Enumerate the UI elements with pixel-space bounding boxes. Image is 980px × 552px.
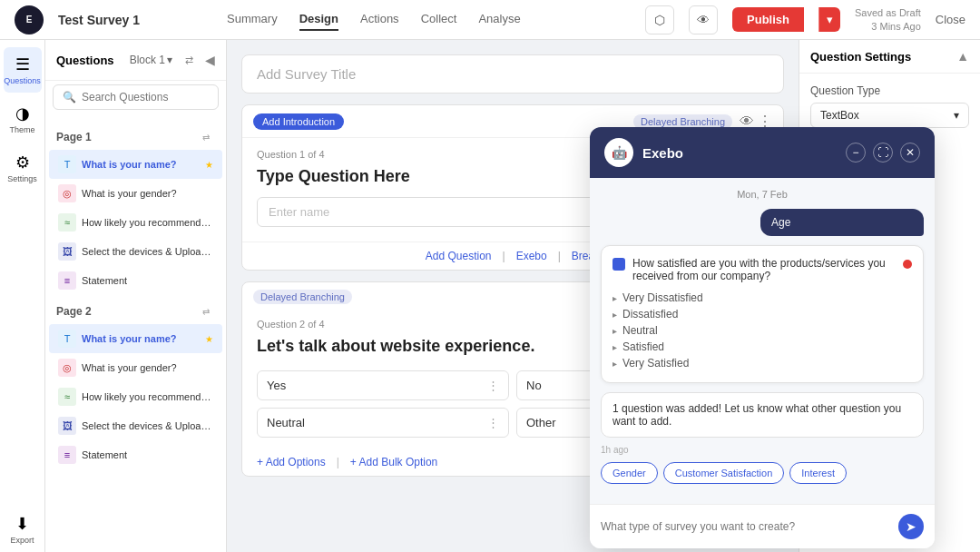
questions-icon: ☰	[15, 54, 30, 74]
chat-card-title: How satisfied are you with the products/…	[632, 257, 896, 282]
q-item-2-3[interactable]: ≈ How likely you recommend our product?	[49, 382, 222, 411]
add-options-btn[interactable]: + Add Options	[257, 456, 326, 468]
page2-shuffle-icon[interactable]: ⇄	[197, 302, 215, 320]
statement-icon-2: ≡	[58, 446, 76, 464]
theme-icon: ◑	[15, 104, 30, 123]
collapse-right-panel-btn[interactable]: ▲	[956, 49, 969, 64]
chat-message: 1 question was added! Let us know what o…	[601, 392, 924, 438]
text-icon: T	[58, 155, 76, 173]
nav-tab-summary[interactable]: Summary	[227, 8, 278, 31]
chat-option-4: Satisfied	[612, 339, 912, 355]
option-yes[interactable]: Yes ⋮	[257, 370, 509, 400]
page1-shuffle-icon[interactable]: ⇄	[197, 128, 215, 146]
search-input[interactable]	[82, 91, 218, 104]
text-icon-2: T	[58, 330, 76, 348]
q-item-2-1[interactable]: T What is your name? ★	[49, 324, 222, 353]
chat-suggestions: Gender Customer Satisfaction Interest	[601, 462, 924, 484]
page-2-header: Page 2 ⇄	[45, 295, 226, 324]
chat-input[interactable]	[601, 520, 891, 533]
nav-tab-design[interactable]: Design	[299, 8, 338, 31]
chat-checkbox	[612, 258, 625, 271]
chevron-down-icon: ▾	[167, 54, 172, 66]
nav-tab-analyse[interactable]: Analyse	[478, 8, 520, 31]
q-item-2-5[interactable]: ≡ Statement	[49, 440, 222, 469]
sidebar-item-questions[interactable]: ☰ Questions	[4, 47, 42, 93]
chat-close-btn[interactable]: ✕	[900, 143, 920, 163]
block-selector[interactable]: Block 1 ▾	[130, 54, 172, 66]
sidebar-item-theme[interactable]: ◑ Theme	[4, 96, 42, 142]
q-item-2-2[interactable]: ◎ What is your gender?	[49, 353, 222, 382]
option-menu-icon[interactable]: ⋮	[487, 379, 499, 392]
shuffle-icon-btn[interactable]: ⇄	[178, 49, 200, 71]
chat-logo: 🤖	[604, 138, 633, 167]
exebo-btn-1[interactable]: Exebo	[516, 250, 547, 262]
chat-date: Mon, 7 Feb	[601, 189, 924, 200]
image-icon: 🖼	[58, 242, 76, 261]
chat-option-3: Neutral	[612, 322, 912, 339]
survey-title-bar[interactable]: Add Survey Title	[241, 54, 784, 94]
export-icon: ⬇	[15, 514, 29, 534]
settings-icon: ⚙	[15, 153, 30, 172]
exebo-chat-modal: 🤖 Exebo − ⛶ ✕ Mon, 7 Feb Age How satisfi…	[590, 127, 935, 548]
question-type-select[interactable]: TextBox ▾	[810, 103, 969, 128]
questions-header: Questions Block 1 ▾ ⇄ ◀	[45, 40, 226, 81]
chat-minimize-btn[interactable]: −	[846, 143, 866, 163]
share-icon-btn[interactable]: ⬡	[645, 5, 674, 34]
chat-suggest-interest[interactable]: Interest	[789, 462, 847, 484]
chat-suggest-customer-satisfaction[interactable]: Customer Satisfaction	[663, 462, 785, 484]
add-intro-btn[interactable]: Add Introduction	[253, 113, 344, 130]
q-item-1-3[interactable]: ≈ How likely you recommend our product?	[49, 208, 222, 237]
radio-icon: ◎	[58, 184, 76, 202]
radio-icon-2: ◎	[58, 359, 76, 377]
question-type-label: Question Type	[810, 84, 969, 97]
nav-tab-collect[interactable]: Collect	[421, 8, 457, 31]
right-panel-title: Question Settings	[810, 50, 911, 64]
q-item-1-5[interactable]: ≡ Statement	[49, 266, 222, 295]
option-neutral-menu-icon[interactable]: ⋮	[487, 416, 499, 429]
nav-tab-actions[interactable]: Actions	[360, 8, 399, 31]
delayed-branching-badge-2: Delayed Branching	[253, 290, 352, 304]
add-bulk-option-btn[interactable]: + Add Bulk Option	[350, 456, 437, 468]
collapse-panel-btn[interactable]: ◀	[205, 53, 215, 67]
chat-option-1: Very Dissatisfied	[612, 290, 912, 306]
sidebar-icons: ☰ Questions ◑ Theme ⚙ Settings ⬇ Export	[0, 40, 45, 552]
questions-panel-title: Questions	[56, 54, 124, 67]
chat-title: Exebo	[642, 145, 837, 161]
saved-info: Saved as Draft 3 Mins Ago	[855, 6, 921, 33]
scale-icon-2: ≈	[58, 388, 76, 406]
sidebar-item-settings[interactable]: ⚙ Settings	[4, 145, 42, 191]
chat-input-row: ➤	[590, 504, 935, 548]
chat-option-2: Dissatisfied	[612, 306, 912, 322]
questions-list: Page 1 ⇄ T What is your name? ★ ◎ What i…	[45, 113, 226, 552]
questions-panel: Questions Block 1 ▾ ⇄ ◀ 🔍 Page 1 ⇄ T Wha…	[45, 40, 227, 552]
nav-tabs: Summary Design Actions Collect Analyse	[227, 8, 521, 31]
preview-icon-btn[interactable]: 👁	[689, 5, 718, 34]
q-item-1-4[interactable]: 🖼 Select the devices & Upload the image	[49, 237, 222, 266]
sidebar-item-export[interactable]: ⬇ Export	[4, 507, 42, 552]
image-icon-2: 🖼	[58, 417, 76, 435]
publish-dropdown-button[interactable]: ▾	[818, 7, 840, 32]
q-item-2-4[interactable]: 🖼 Select the devices & Upload the image	[49, 411, 222, 440]
publish-button[interactable]: Publish	[732, 7, 804, 32]
chat-expand-btn[interactable]: ⛶	[873, 143, 893, 163]
chat-age-bubble: Age	[760, 209, 924, 236]
option-neutral[interactable]: Neutral ⋮	[257, 408, 509, 438]
star-icon-2: ★	[205, 334, 213, 344]
right-panel-header: Question Settings ▲	[799, 40, 980, 74]
chat-satisfaction-card: How satisfied are you with the products/…	[601, 245, 924, 383]
q-item-1-2[interactable]: ◎ What is your gender?	[49, 179, 222, 208]
app-title: Test Survey 1	[58, 13, 140, 27]
q-item-1-1[interactable]: T What is your name? ★	[49, 150, 222, 179]
chat-timestamp: 1h ago	[601, 445, 924, 455]
top-nav: E Test Survey 1 Summary Design Actions C…	[0, 0, 980, 40]
chat-controls: − ⛶ ✕	[846, 143, 920, 163]
statement-icon: ≡	[58, 271, 76, 290]
add-question-btn[interactable]: Add Question	[426, 250, 492, 262]
chat-option-5: Very Satisfied	[612, 355, 912, 371]
chat-suggest-gender[interactable]: Gender	[601, 462, 658, 484]
star-icon: ★	[205, 160, 213, 170]
search-icon: 🔍	[63, 91, 76, 104]
search-bar[interactable]: 🔍	[53, 84, 219, 110]
chat-send-button[interactable]: ➤	[898, 514, 924, 539]
close-button[interactable]: Close	[936, 13, 965, 26]
